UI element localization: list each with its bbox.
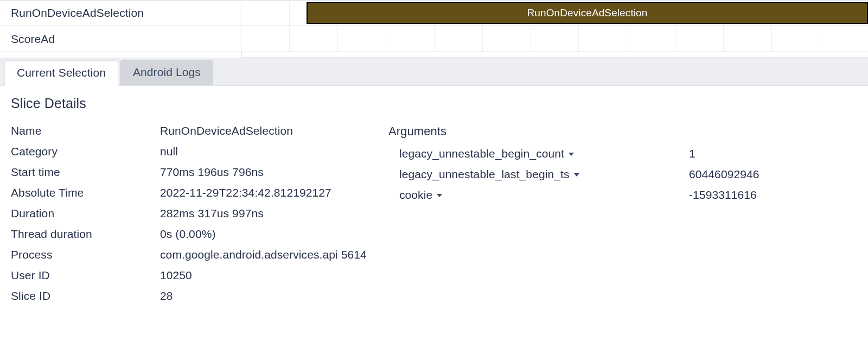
timeline-grid (241, 26, 868, 52)
argument-value: -1593311616 (689, 188, 857, 202)
argument-key-text: legacy_unnestable_last_begin_ts (399, 168, 570, 181)
track-label[interactable]: RunOnDeviceAdSelection (0, 1, 241, 26)
value-user-id: 10250 (160, 269, 367, 282)
label-name: Name (11, 124, 160, 137)
tab-current-selection[interactable]: Current Selection (4, 60, 118, 86)
label-duration: Duration (11, 207, 160, 220)
slice-details-panel: Slice Details Name RunOnDeviceAdSelectio… (0, 86, 868, 312)
details-tabstrip: Current Selection Android Logs (0, 58, 868, 86)
track-label[interactable]: ScoreAd (0, 26, 241, 52)
slice-details-table: Name RunOnDeviceAdSelection Category nul… (11, 124, 367, 303)
argument-key[interactable]: legacy_unnestable_begin_count (399, 147, 677, 160)
label-thread-duration: Thread duration (11, 228, 160, 241)
argument-key[interactable]: legacy_unnestable_last_begin_ts (399, 168, 677, 181)
value-start-time: 770ms 196us 796ns (160, 166, 367, 179)
arguments-heading: Arguments (388, 124, 857, 139)
label-user-id: User ID (11, 269, 160, 282)
value-absolute-time: 2022-11-29T22:34:42.812192127 (160, 186, 367, 199)
tab-android-logs[interactable]: Android Logs (120, 60, 213, 85)
value-category: null (160, 145, 367, 158)
track-footer (241, 52, 868, 58)
label-start-time: Start time (11, 166, 160, 179)
value-thread-duration: 0s (0.00%) (160, 228, 367, 241)
label-process: Process (11, 248, 160, 261)
argument-value: 60446092946 (689, 168, 857, 181)
argument-key[interactable]: cookie (399, 188, 677, 202)
track-row-run-on-device-ad-selection: RunOnDeviceAdSelection RunOnDeviceAdSele… (0, 1, 868, 26)
chevron-down-icon (574, 173, 579, 177)
label-slice-id: Slice ID (11, 290, 160, 303)
argument-key-text: cookie (399, 188, 432, 202)
value-name: RunOnDeviceAdSelection (160, 124, 367, 137)
argument-key-text: legacy_unnestable_begin_count (399, 147, 564, 160)
track-timeline[interactable]: RunOnDeviceAdSelection (241, 1, 868, 26)
label-absolute-time: Absolute Time (11, 186, 160, 199)
slice-bar-run-on-device-ad-selection[interactable]: RunOnDeviceAdSelection (307, 2, 868, 24)
value-slice-id: 28 (160, 290, 367, 303)
value-process: com.google.android.adservices.api 5614 (160, 248, 367, 261)
slice-details-heading: Slice Details (11, 96, 857, 111)
track-row-score-ad: ScoreAd (0, 26, 868, 52)
argument-value: 1 (689, 147, 857, 160)
chevron-down-icon (569, 153, 574, 156)
label-category: Category (11, 145, 160, 158)
value-duration: 282ms 317us 997ns (160, 207, 367, 220)
chevron-down-icon (437, 194, 442, 197)
track-timeline[interactable] (241, 26, 868, 52)
arguments-panel: Arguments legacy_unnestable_begin_count … (388, 124, 857, 303)
trace-tracks: RunOnDeviceAdSelection RunOnDeviceAdSele… (0, 0, 868, 52)
